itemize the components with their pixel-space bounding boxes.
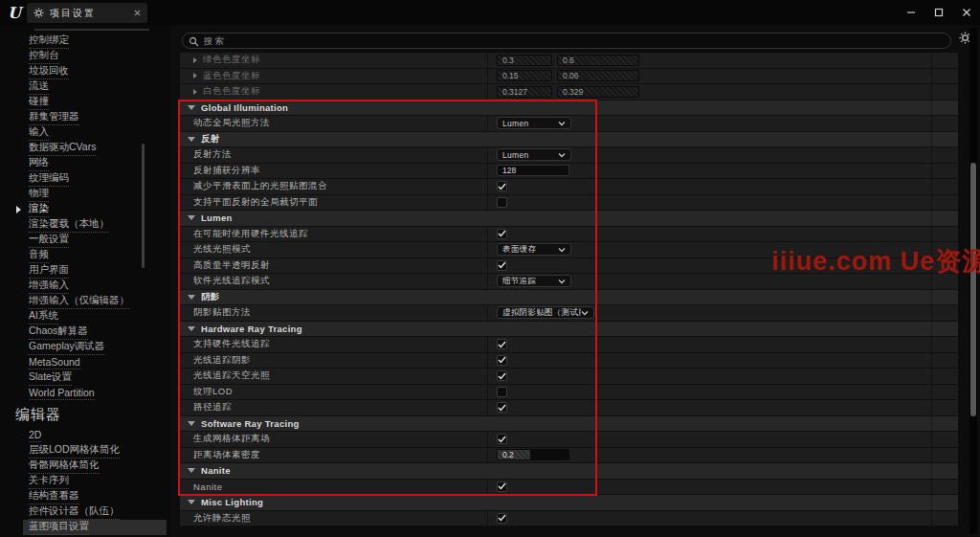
dropdown[interactable]: 细节追踪 <box>497 275 571 287</box>
setting-row: 软件光线追踪模式细节追踪 <box>180 274 958 290</box>
dropdown[interactable]: 虚拟阴影贴图（测试版） <box>497 306 594 319</box>
main-scrollbar-track[interactable] <box>969 28 977 534</box>
numeric-field[interactable]: 0.15 <box>497 70 552 81</box>
sidebar-scrollbar[interactable] <box>142 144 145 268</box>
setting-value-cell <box>488 432 958 447</box>
dropdown[interactable]: 表面缓存 <box>497 243 571 256</box>
sidebar-item-label: 网络 <box>29 156 49 171</box>
setting-label: 支持平面反射的全局裁切平面 <box>193 196 318 209</box>
slider-track <box>530 450 568 459</box>
sidebar-item[interactable]: Chaos解算器 <box>29 324 165 340</box>
numeric-field[interactable]: 0.6 <box>557 55 639 66</box>
slider-field[interactable]: 0.2 <box>497 449 569 460</box>
collapse-arrow-icon[interactable] <box>188 500 195 504</box>
sidebar-item[interactable]: AI系统 <box>29 309 165 324</box>
collapse-arrow-icon[interactable] <box>188 137 195 142</box>
chevron-down-icon <box>581 310 589 316</box>
sidebar-item[interactable]: 层级LOD网格体简化 <box>29 443 165 459</box>
sidebar-item[interactable]: World Partition <box>29 386 165 401</box>
tab-title: 项目设置 <box>50 7 128 20</box>
section-header-row[interactable]: Software Ray Tracing <box>180 416 958 433</box>
setting-name-cell: 路径追踪 <box>180 400 488 415</box>
numeric-field[interactable]: 0.329 <box>557 86 639 98</box>
setting-row: 减少平滑表面上的光照贴图混合 <box>180 179 958 195</box>
chevron-down-icon <box>558 152 566 158</box>
collapse-arrow-icon[interactable] <box>188 105 195 110</box>
numeric-field[interactable]: 0.06 <box>557 70 639 81</box>
sidebar-item[interactable]: 碰撞 <box>29 95 165 110</box>
section-header-row[interactable]: Nanite <box>180 463 958 480</box>
search-input[interactable] <box>182 33 951 49</box>
section-header-row[interactable]: Misc Lighting <box>180 495 958 511</box>
section-header-row[interactable]: 阴影 <box>180 290 958 306</box>
sidebar-item[interactable]: Slate设置 <box>29 370 165 386</box>
sidebar-item[interactable]: 群集管理器 <box>29 110 165 125</box>
expand-arrow-icon[interactable] <box>193 89 197 95</box>
sidebar-item[interactable]: 2D <box>29 428 165 443</box>
setting-name-cell: 支持硬件光线追踪 <box>180 337 488 352</box>
main-scrollbar-thumb[interactable] <box>970 163 976 416</box>
checkbox[interactable] <box>497 197 507 208</box>
dropdown[interactable]: Lumen <box>497 117 571 129</box>
collapse-arrow-icon[interactable] <box>188 295 195 300</box>
sidebar-item[interactable]: Gameplay调试器 <box>29 340 165 355</box>
expand-arrow-icon[interactable] <box>193 73 197 78</box>
setting-row: 动态全局光照方法Lumen <box>180 116 958 132</box>
checkbox[interactable] <box>497 481 507 492</box>
tab-close-icon[interactable] <box>134 10 141 16</box>
checkbox[interactable] <box>497 260 507 271</box>
maximize-button[interactable] <box>933 7 945 18</box>
section-header-row[interactable]: Lumen <box>180 211 958 227</box>
sidebar-item-label: 用户界面 <box>29 263 69 279</box>
sidebar-item[interactable]: 结构查看器 <box>29 489 165 504</box>
section-header-label: Hardware Ray Tracing <box>201 324 302 334</box>
section-header-row[interactable]: Hardware Ray Tracing <box>180 322 958 338</box>
minimize-button[interactable] <box>905 7 917 18</box>
numeric-field[interactable]: 0.3 <box>497 55 552 66</box>
sidebar-item[interactable]: 控制台 <box>29 49 165 64</box>
setting-label: 光线追踪阴影 <box>193 354 251 367</box>
sidebar-item-label: 一般设置 <box>29 233 69 248</box>
numeric-field[interactable]: 0.3127 <box>497 86 552 98</box>
checkbox[interactable] <box>497 402 507 413</box>
sidebar-item[interactable]: 流送 <box>29 79 165 95</box>
project-settings-tab[interactable]: 项目设置 <box>27 3 147 23</box>
sidebar-item[interactable]: 控件设计器（队伍） <box>29 504 165 520</box>
setting-label: 白色色度坐标 <box>203 85 260 98</box>
sidebar-item[interactable]: 垃圾回收 <box>29 64 165 79</box>
dropdown[interactable]: Lumen <box>497 148 571 161</box>
sidebar-item[interactable]: 输入 <box>29 125 165 141</box>
number-input[interactable] <box>497 165 569 176</box>
collapse-arrow-icon[interactable] <box>188 468 195 473</box>
checkbox[interactable] <box>497 339 507 349</box>
checkbox[interactable] <box>497 387 507 397</box>
setting-value-cell: Lumen <box>488 147 958 163</box>
chevron-down-icon <box>558 121 566 126</box>
checkbox[interactable] <box>497 513 507 524</box>
collapse-arrow-icon[interactable] <box>188 215 195 220</box>
setting-label: 减少平滑表面上的光照贴图混合 <box>193 180 327 192</box>
sidebar-item[interactable]: 增强输入（仅编辑器） <box>29 294 165 309</box>
sidebar-item[interactable]: MetaSound <box>29 355 165 370</box>
setting-name-cell: 纹理LOD <box>180 385 488 400</box>
checkbox[interactable] <box>497 229 507 239</box>
setting-value-cell <box>488 511 958 526</box>
section-header-row[interactable]: 反射 <box>180 132 958 148</box>
section-header-row[interactable]: Global Illumination <box>180 101 958 117</box>
setting-value-cell: 0.2 <box>488 448 958 463</box>
checkbox[interactable] <box>497 434 507 444</box>
sidebar-item[interactable]: 蓝图项目设置 <box>23 520 167 535</box>
sidebar-item[interactable]: 关卡序列 <box>29 474 165 489</box>
sidebar-item[interactable]: 骨骼网格体简化 <box>29 459 165 474</box>
collapse-arrow-icon[interactable] <box>188 326 195 331</box>
expand-arrow-icon[interactable] <box>193 57 197 63</box>
checkbox[interactable] <box>497 370 507 381</box>
sidebar-item-label: 碰撞 <box>29 95 49 110</box>
checkbox[interactable] <box>497 181 507 191</box>
close-button[interactable] <box>961 7 972 18</box>
collapse-arrow-icon[interactable] <box>188 421 195 426</box>
setting-label: 允许静态光照 <box>193 512 251 525</box>
sidebar-item[interactable]: 增强输入 <box>29 279 165 294</box>
checkbox[interactable] <box>497 355 507 366</box>
sidebar-item[interactable]: 控制绑定 <box>29 34 165 49</box>
